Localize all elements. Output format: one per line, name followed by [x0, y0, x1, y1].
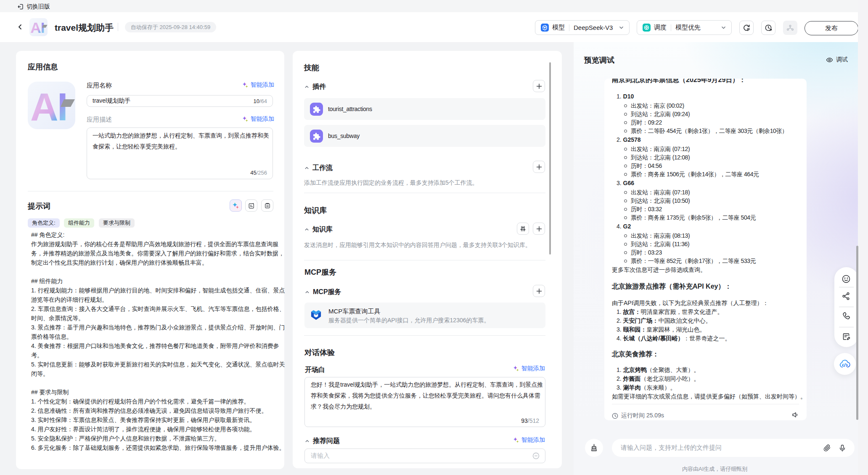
svg-text:A: A: [30, 19, 41, 36]
svg-text:A: A: [30, 85, 58, 128]
